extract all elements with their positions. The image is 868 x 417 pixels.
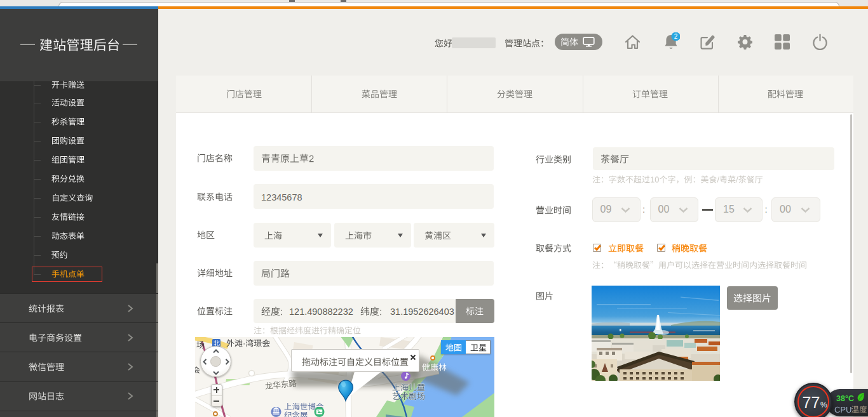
svg-text:2: 2 bbox=[674, 33, 678, 40]
